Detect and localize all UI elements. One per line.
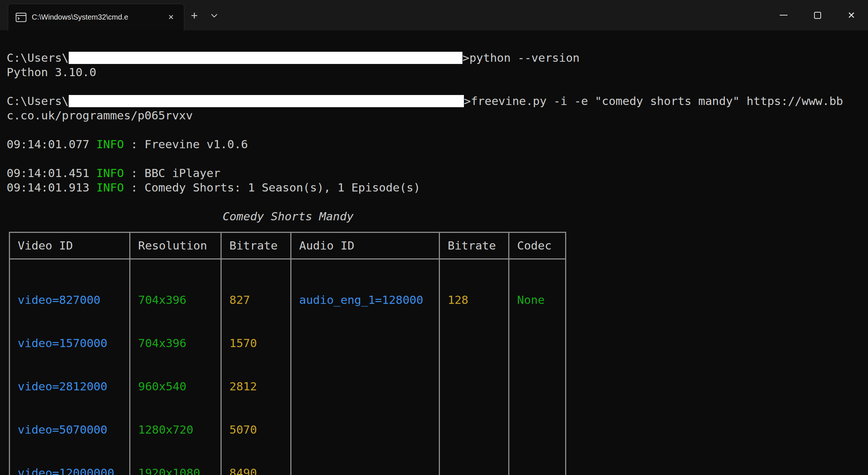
terminal-output[interactable]: C:\Users\>python --version Python 3.10.0… [0, 30, 868, 475]
video-bitrate: 8490 [229, 466, 290, 475]
table-header-row: Video ID Resolution Bitrate Audio ID Bit… [10, 233, 566, 259]
close-button[interactable]: ✕ [838, 0, 864, 30]
resolution: 704x396 [138, 336, 221, 350]
log-timestamp: 09:14:01.451 [7, 166, 96, 180]
python-version-output: Python 3.10.0 [7, 65, 868, 79]
video-bitrate-cell: 827 1570 2812 5070 8490 [221, 259, 291, 475]
log-timestamp: 09:14:01.913 [7, 181, 96, 194]
series-title: Comedy Shorts Mandy [9, 209, 567, 224]
log-level-badge: INFO [96, 166, 124, 180]
table-data-row: video=827000 video=1570000 video=2812000… [10, 259, 566, 475]
streams-table: Video ID Resolution Bitrate Audio ID Bit… [9, 232, 566, 475]
col-header-audio-id: Audio ID [291, 233, 440, 259]
log-level-badge: INFO [96, 181, 124, 194]
video-bitrate: 827 [229, 293, 290, 307]
log-timestamp: 09:14:01.077 [7, 138, 96, 151]
log-line: 09:14:01.913 INFO : Comedy Shorts: 1 Sea… [7, 180, 868, 195]
prompt-line-2: C:\Users\>freevine.py -i -e "comedy shor… [7, 94, 868, 108]
video-id: video=827000 [18, 293, 129, 307]
resolution-cell: 704x396 704x396 960x540 1280x720 1920x10… [130, 259, 221, 475]
log-message: : Comedy Shorts: 1 Season(s), 1 Episode(… [124, 181, 420, 194]
redacted-username [69, 95, 464, 107]
video-bitrate: 1570 [229, 336, 290, 350]
blank-line [7, 152, 868, 166]
maximize-icon [814, 12, 821, 19]
video-bitrate: 5070 [229, 423, 290, 437]
audio-bitrate-cell: 128 [440, 259, 509, 475]
minimize-button[interactable] [770, 0, 796, 30]
tab-dropdown-button[interactable] [204, 4, 224, 27]
col-header-resolution: Resolution [130, 233, 221, 259]
video-id: video=12000000 [18, 466, 129, 475]
command-freevine: >freevine.py -i -e "comedy shorts mandy"… [464, 94, 843, 108]
video-bitrate: 2812 [229, 379, 290, 394]
maximize-button[interactable] [804, 0, 830, 30]
blank-line [7, 195, 868, 209]
resolution: 960x540 [138, 379, 221, 394]
video-id: video=2812000 [18, 379, 129, 394]
terminal-tab[interactable]: C:\Windows\System32\cmd.e ✕ [8, 4, 184, 30]
chevron-down-icon [211, 12, 218, 19]
codec-cell: None [509, 259, 566, 475]
col-header-video-id: Video ID [10, 233, 130, 259]
blank-line [7, 79, 868, 94]
close-icon: ✕ [848, 11, 855, 20]
video-id: video=1570000 [18, 336, 129, 350]
audio-id: audio_eng_1=128000 [299, 293, 439, 307]
minimize-icon [780, 15, 787, 16]
video-id-cell: video=827000 video=1570000 video=2812000… [10, 259, 130, 475]
titlebar: C:\Windows\System32\cmd.e ✕ + ✕ [0, 0, 868, 30]
prompt-path: C:\Users\ [7, 51, 69, 64]
audio-bitrate: 128 [448, 293, 508, 307]
resolution: 1280x720 [138, 423, 221, 437]
log-message: : BBC iPlayer [124, 166, 220, 180]
command-freevine-wrap: c.co.uk/programmes/p065rvxv [7, 108, 868, 123]
col-header-codec: Codec [509, 233, 566, 259]
resolution: 704x396 [138, 293, 221, 307]
codec: None [517, 293, 565, 307]
tab-close-icon[interactable]: ✕ [165, 11, 177, 24]
log-line: 09:14:01.077 INFO : Freevine v1.0.6 [7, 137, 868, 152]
log-level-badge: INFO [96, 138, 124, 151]
col-header-video-bitrate: Bitrate [221, 233, 291, 259]
blank-line [7, 123, 868, 137]
prompt-line-1: C:\Users\>python --version [7, 51, 868, 65]
audio-id-cell: audio_eng_1=128000 [291, 259, 440, 475]
command-python-version: >python --version [462, 51, 580, 64]
streams-section: Comedy Shorts Mandy Video ID Resolution … [9, 209, 567, 475]
col-header-audio-bitrate: Bitrate [440, 233, 509, 259]
resolution: 1920x1080 [138, 466, 221, 475]
prompt-path: C:\Users\ [7, 94, 69, 108]
redacted-username [69, 52, 462, 64]
tab-title: C:\Windows\System32\cmd.e [32, 13, 160, 21]
cmd-icon [16, 13, 27, 22]
log-message: : Freevine v1.0.6 [124, 138, 248, 151]
window-controls: ✕ [762, 0, 864, 30]
video-id: video=5070000 [18, 423, 129, 437]
log-line: 09:14:01.451 INFO : BBC iPlayer [7, 166, 868, 180]
new-tab-button[interactable]: + [184, 4, 204, 27]
